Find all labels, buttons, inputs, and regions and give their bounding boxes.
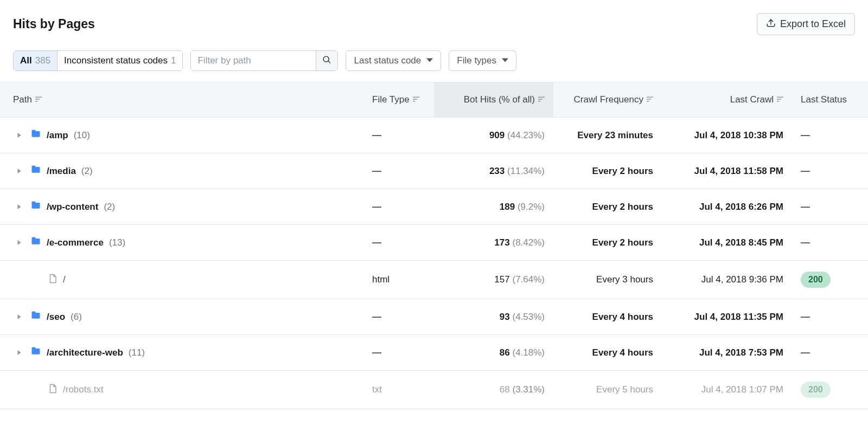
- tab-all-label: All: [20, 55, 32, 66]
- table-row[interactable]: /e-commerce(13)—173 (8.42%)Every 2 hours…: [0, 225, 868, 261]
- cell-crawl-frequency: Every 4 hours: [553, 337, 662, 369]
- path-count: (11): [129, 347, 145, 358]
- svg-rect-10: [647, 97, 653, 98]
- table-row[interactable]: /seo(6)—93 (4.53%)Every 4 hoursJul 4, 20…: [0, 299, 868, 335]
- svg-rect-5: [413, 99, 417, 100]
- col-path-label: Path: [13, 94, 32, 105]
- page-title: Hits by Pages: [13, 17, 95, 31]
- chevron-down-icon: [502, 55, 508, 66]
- status-dash: —: [801, 202, 810, 212]
- path-name: /amp: [47, 130, 68, 141]
- cell-bot-hits: 233 (11.34%): [434, 155, 553, 188]
- dropdown-last-status-code[interactable]: Last status code: [346, 50, 441, 71]
- cell-bot-hits: 93 (4.53%): [434, 301, 553, 333]
- cell-file-type: txt: [363, 373, 434, 406]
- cell-path: /architecture-web(11): [0, 335, 363, 370]
- folder-icon: [30, 310, 41, 324]
- chevron-down-icon: [426, 55, 433, 66]
- status-dash: —: [801, 166, 810, 176]
- svg-rect-13: [777, 97, 783, 98]
- expand-caret-icon[interactable]: [13, 311, 25, 323]
- table-row[interactable]: /media(2)—233 (11.34%)Every 2 hoursJul 4…: [0, 153, 868, 189]
- table-row[interactable]: /wp-content(2)—189 (9.2%)Every 2 hoursJu…: [0, 189, 868, 225]
- expand-caret-icon[interactable]: [13, 130, 25, 141]
- col-last-status[interactable]: Last Status: [792, 82, 868, 117]
- folder-icon: [30, 236, 41, 249]
- cell-file-type: —: [363, 191, 434, 223]
- search-input[interactable]: [191, 51, 316, 70]
- svg-rect-12: [647, 101, 649, 102]
- cell-last-crawl: Jul 4, 2018 6:26 PM: [662, 191, 792, 223]
- svg-rect-14: [777, 99, 781, 100]
- cell-crawl-frequency: Every 2 hours: [553, 155, 662, 188]
- cell-last-crawl: Jul 4, 2018 11:58 PM: [662, 155, 792, 188]
- cell-last-status: —: [792, 119, 868, 152]
- svg-rect-2: [35, 99, 40, 100]
- status-dash: —: [801, 130, 810, 140]
- svg-rect-11: [647, 99, 651, 100]
- status-filter-tabs: All 385 Inconsistent status codes 1: [13, 50, 183, 71]
- cell-bot-hits: 189 (9.2%): [434, 191, 553, 223]
- cell-crawl-frequency: Every 23 minutes: [553, 119, 662, 152]
- tab-inconsistent-label: Inconsistent status codes: [64, 55, 168, 66]
- cell-path: /seo(6): [0, 299, 363, 334]
- tab-inconsistent[interactable]: Inconsistent status codes 1: [58, 51, 182, 70]
- col-crawl-frequency[interactable]: Crawl Frequency: [553, 82, 662, 117]
- expand-caret-icon[interactable]: [13, 237, 25, 249]
- path-name: /seo: [47, 312, 65, 323]
- table-row[interactable]: /architecture-web(11)—86 (4.18%)Every 4 …: [0, 335, 868, 371]
- folder-icon: [30, 164, 41, 178]
- col-bot-hits[interactable]: Bot Hits (% of all): [434, 82, 553, 117]
- path-name: /e-commerce: [47, 237, 104, 248]
- expand-caret-placeholder: [30, 274, 42, 286]
- sort-icon: [35, 94, 42, 105]
- sort-icon: [777, 94, 783, 105]
- cell-last-status: —: [792, 337, 868, 369]
- cell-crawl-frequency: Every 5 hours: [553, 373, 662, 406]
- svg-rect-3: [35, 101, 38, 102]
- cell-file-type: html: [363, 263, 434, 296]
- table-row[interactable]: /amp(10)—909 (44.23%)Every 23 minutesJul…: [0, 118, 868, 153]
- table-header: Path File Type Bot Hits (% of all) Crawl…: [0, 82, 868, 118]
- cell-last-status: 200: [792, 371, 868, 409]
- sort-icon: [538, 94, 545, 105]
- cell-file-type: —: [363, 155, 434, 188]
- cell-path: /wp-content(2): [0, 189, 363, 224]
- svg-rect-6: [413, 101, 416, 102]
- expand-caret-icon[interactable]: [13, 347, 25, 359]
- cell-last-crawl: Jul 4, 2018 1:07 PM: [662, 373, 792, 406]
- cell-last-crawl: Jul 4, 2018 10:38 PM: [662, 119, 792, 152]
- cell-file-type: —: [363, 227, 434, 259]
- path-count: (2): [81, 166, 93, 177]
- status-dash: —: [801, 312, 810, 322]
- search-button[interactable]: [316, 51, 337, 70]
- export-button[interactable]: Export to Excel: [757, 13, 855, 35]
- table-row[interactable]: /robots.txttxt68 (3.31%)Every 5 hoursJul…: [0, 371, 868, 409]
- cell-path: /: [0, 262, 363, 298]
- col-file-type[interactable]: File Type: [363, 82, 434, 117]
- path-name: /architecture-web: [47, 347, 123, 358]
- col-path[interactable]: Path: [0, 82, 363, 117]
- expand-caret-icon[interactable]: [13, 165, 25, 177]
- export-label: Export to Excel: [780, 18, 846, 30]
- folder-icon: [30, 200, 41, 214]
- file-icon: [48, 273, 58, 287]
- hits-table: Path File Type Bot Hits (% of all) Crawl…: [0, 82, 868, 409]
- table-row[interactable]: /html157 (7.64%)Every 3 hoursJul 4, 2018…: [0, 261, 868, 299]
- svg-rect-7: [538, 97, 545, 98]
- tab-all[interactable]: All 385: [14, 51, 57, 70]
- cell-last-crawl: Jul 4, 2018 11:35 PM: [662, 301, 792, 333]
- path-count: (6): [71, 312, 82, 323]
- cell-last-status: —: [792, 155, 868, 188]
- svg-rect-9: [538, 101, 541, 102]
- cell-path: /media(2): [0, 153, 363, 189]
- col-crawl-freq-label: Crawl Frequency: [574, 94, 644, 105]
- cell-file-type: —: [363, 119, 434, 152]
- cell-bot-hits: 173 (8.42%): [434, 227, 553, 259]
- path-count: (13): [109, 237, 125, 248]
- col-last-crawl[interactable]: Last Crawl: [662, 82, 792, 117]
- expand-caret-icon[interactable]: [13, 201, 25, 213]
- dropdown-file-types[interactable]: File types: [449, 50, 516, 71]
- file-icon: [48, 383, 58, 397]
- cell-crawl-frequency: Every 4 hours: [553, 301, 662, 333]
